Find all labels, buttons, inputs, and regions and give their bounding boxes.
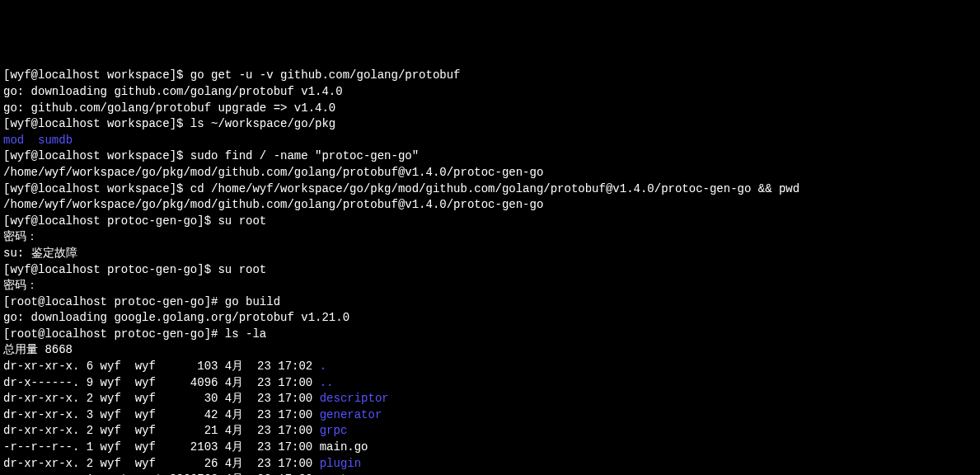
file-permissions: dr-x------. 9 wyf wyf 4096 4月 23 17:00 bbox=[3, 376, 320, 389]
terminal-line: dr-xr-xr-x. 2 wyf wyf 26 4月 23 17:00 plu… bbox=[3, 456, 977, 473]
terminal-output[interactable]: [wyf@localhost workspace]$ go get -u -v … bbox=[3, 68, 977, 475]
output-text: 总用量 8668 bbox=[3, 342, 977, 359]
file-name: .. bbox=[320, 376, 334, 389]
prompt: [wyf@localhost workspace]$ bbox=[3, 149, 190, 162]
output-text: go: github.com/golang/protobuf upgrade =… bbox=[3, 101, 977, 117]
file-name: descriptor bbox=[320, 392, 389, 405]
output-text: 密码： bbox=[3, 229, 977, 246]
command: sudo find / -name "protoc-gen-go" bbox=[190, 149, 419, 162]
output-text: /home/wyf/workspace/go/pkg/mod/github.co… bbox=[3, 197, 977, 214]
file-permissions: dr-xr-xr-x. 6 wyf wyf 103 4月 23 17:02 bbox=[3, 360, 320, 373]
output-text: go: downloading google.golang.org/protob… bbox=[3, 310, 977, 327]
output-text: su: 鉴定故障 bbox=[3, 246, 977, 262]
terminal-line: dr-xr-xr-x. 2 wyf wyf 30 4月 23 17:00 des… bbox=[3, 391, 977, 407]
terminal-line: dr-xr-xr-x. 2 wyf wyf 21 4月 23 17:00 grp… bbox=[3, 423, 977, 440]
prompt: [wyf@localhost workspace]$ bbox=[3, 68, 190, 82]
prompt: [root@localhost protoc-gen-go]# bbox=[3, 327, 225, 341]
prompt: [root@localhost protoc-gen-go]# bbox=[3, 295, 225, 308]
command: ls -la bbox=[225, 327, 266, 341]
file-permissions: dr-xr-xr-x. 3 wyf wyf 42 4月 23 17:00 bbox=[3, 408, 320, 421]
terminal-line: [wyf@localhost protoc-gen-go]$ su root bbox=[3, 214, 977, 230]
file-name: generator bbox=[320, 408, 382, 421]
directory-name: sumdb bbox=[38, 134, 73, 147]
file-permissions: -r--r--r--. 1 wyf wyf 2103 4月 23 17:00 bbox=[3, 440, 320, 454]
terminal-line: dr-xr-xr-x. 6 wyf wyf 103 4月 23 17:02 . bbox=[3, 359, 977, 375]
output-text: go: downloading github.com/golang/protob… bbox=[3, 84, 977, 101]
command: go get -u -v github.com/golang/protobuf bbox=[190, 68, 461, 82]
command: go build bbox=[225, 295, 280, 308]
terminal-line: dr-xr-xr-x. 3 wyf wyf 42 4月 23 17:00 gen… bbox=[3, 407, 977, 424]
file-permissions: dr-xr-xr-x. 2 wyf wyf 21 4月 23 17:00 bbox=[3, 424, 320, 437]
terminal-line: [wyf@localhost workspace]$ cd /home/wyf/… bbox=[3, 181, 977, 198]
file-name: plugin bbox=[320, 457, 361, 470]
output-text: /home/wyf/workspace/go/pkg/mod/github.co… bbox=[3, 165, 977, 181]
command: su root bbox=[218, 214, 266, 228]
terminal-line: [root@localhost protoc-gen-go]# go build bbox=[3, 294, 977, 311]
terminal-line: -rwxr-xr-x. 1 root root 8866703 4月 23 17… bbox=[3, 472, 977, 475]
prompt: [wyf@localhost protoc-gen-go]$ bbox=[3, 214, 218, 228]
terminal-line: dr-x------. 9 wyf wyf 4096 4月 23 17:00 .… bbox=[3, 375, 977, 392]
file-name: main.go bbox=[320, 440, 368, 454]
terminal-line: [root@localhost protoc-gen-go]# ls -la bbox=[3, 327, 977, 343]
terminal-line: [wyf@localhost workspace]$ ls ~/workspac… bbox=[3, 116, 977, 133]
terminal-line: -r--r--r--. 1 wyf wyf 2103 4月 23 17:00 m… bbox=[3, 440, 977, 456]
command: ls ~/workspace/go/pkg bbox=[190, 117, 335, 130]
prompt: [wyf@localhost protoc-gen-go]$ bbox=[3, 263, 218, 276]
terminal-line: [wyf@localhost protoc-gen-go]$ su root bbox=[3, 262, 977, 279]
output-text: 密码： bbox=[3, 278, 977, 294]
file-name: . bbox=[320, 360, 326, 373]
command: cd /home/wyf/workspace/go/pkg/mod/github… bbox=[190, 182, 799, 195]
file-permissions: dr-xr-xr-x. 2 wyf wyf 26 4月 23 17:00 bbox=[3, 457, 320, 470]
terminal-line: [wyf@localhost workspace]$ sudo find / -… bbox=[3, 148, 977, 165]
prompt: [wyf@localhost workspace]$ bbox=[3, 182, 190, 195]
file-permissions: dr-xr-xr-x. 2 wyf wyf 30 4月 23 17:00 bbox=[3, 392, 320, 405]
directory-name: mod bbox=[3, 134, 24, 147]
terminal-line: [wyf@localhost workspace]$ go get -u -v … bbox=[3, 68, 977, 84]
command: su root bbox=[218, 263, 266, 276]
file-name: grpc bbox=[320, 424, 348, 437]
terminal-line: mod sumdb bbox=[3, 133, 977, 149]
prompt: [wyf@localhost workspace]$ bbox=[3, 117, 190, 130]
